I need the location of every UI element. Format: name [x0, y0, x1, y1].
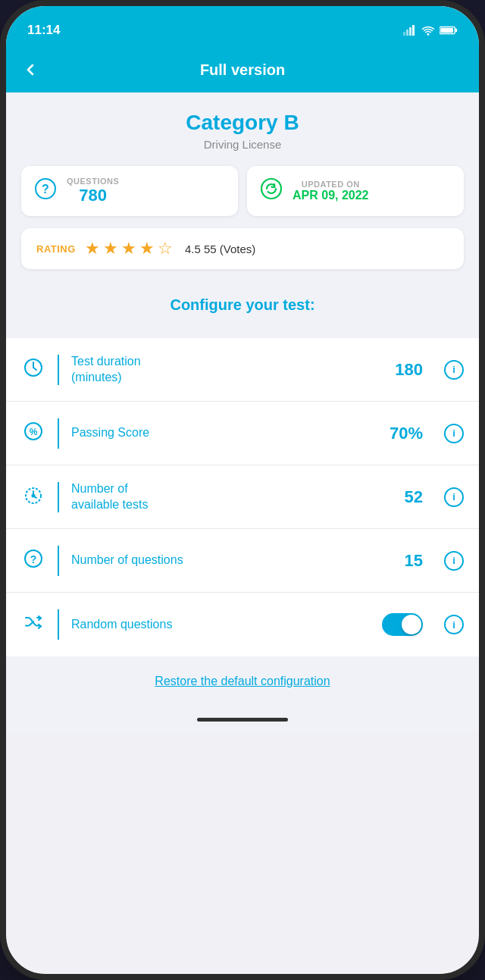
random-questions-item: Random questions i — [6, 593, 479, 656]
back-button[interactable] — [21, 61, 39, 79]
star-4: ★ — [139, 239, 155, 258]
rating-card: RATING ★ ★ ★ ★ ☆ 4.5 55 (Votes) — [21, 228, 464, 269]
svg-rect-6 — [440, 28, 453, 33]
num-questions-value: 15 — [405, 551, 423, 571]
shuffle-icon — [21, 612, 45, 637]
svg-rect-3 — [412, 25, 415, 36]
status-bar: 11:14 — [6, 6, 479, 47]
category-subtitle: Driving License — [21, 138, 464, 151]
test-duration-label: Test duration(minutes) — [71, 354, 383, 386]
stars-display: ★ ★ ★ ★ ☆ — [85, 239, 173, 258]
passing-score-item: % Passing Score 70% i — [6, 402, 479, 465]
test-duration-info-button[interactable]: i — [444, 360, 464, 380]
signal-icon — [403, 25, 417, 36]
home-bar — [197, 718, 288, 722]
updated-value: APR 09, 2022 — [293, 189, 369, 202]
phone-frame: 11:14 Fu — [0, 0, 485, 980]
passing-score-value: 70% — [390, 424, 423, 443]
questions-label: QUESTIONS — [67, 177, 119, 186]
available-tests-label: Number ofavailable tests — [71, 481, 393, 513]
num-questions-info-button[interactable]: i — [444, 551, 464, 571]
timer-icon — [21, 484, 45, 510]
configure-title: Configure your test: — [21, 284, 464, 320]
percent-icon: % — [21, 421, 45, 446]
svg-text:%: % — [30, 427, 38, 437]
star-2: ★ — [103, 239, 118, 258]
random-questions-toggle-wrapper — [382, 613, 423, 636]
svg-text:?: ? — [42, 183, 49, 196]
available-tests-item: Number ofavailable tests 52 i — [6, 465, 479, 529]
test-duration-value: 180 — [395, 360, 423, 380]
svg-rect-0 — [403, 32, 405, 36]
category-title: Category B — [21, 111, 464, 135]
svg-rect-5 — [455, 29, 457, 33]
hero-section: Category B Driving License ? QUESTIONS 7… — [6, 92, 479, 332]
star-3: ★ — [121, 239, 136, 258]
svg-point-16 — [33, 494, 35, 496]
refresh-icon — [259, 177, 283, 205]
svg-rect-1 — [406, 30, 408, 36]
test-duration-item: Test duration(minutes) 180 i — [6, 338, 479, 402]
available-tests-value: 52 — [405, 487, 423, 507]
home-indicator — [6, 706, 479, 732]
main-content: Category B Driving License ? QUESTIONS 7… — [6, 92, 479, 732]
question-icon: ? — [21, 548, 45, 574]
num-questions-item: ? Number of questions 15 i — [6, 529, 479, 593]
rating-label: RATING — [36, 243, 76, 255]
info-cards: ? QUESTIONS 780 — [21, 166, 464, 216]
status-icons — [403, 25, 458, 36]
questions-card: ? QUESTIONS 780 — [21, 166, 238, 216]
svg-text:?: ? — [30, 553, 37, 565]
questions-value: 780 — [67, 186, 119, 205]
passing-score-label: Passing Score — [71, 425, 377, 441]
app-header: Full version — [6, 47, 479, 92]
status-time: 11:14 — [27, 23, 60, 38]
star-1: ★ — [85, 239, 100, 258]
restore-link[interactable]: Restore the default configuration — [155, 675, 330, 687]
random-questions-info-button[interactable]: i — [444, 615, 464, 634]
random-questions-toggle[interactable] — [382, 613, 423, 636]
clock-icon — [21, 357, 45, 383]
restore-section: Restore the default configuration — [6, 656, 479, 706]
wifi-icon — [421, 25, 435, 36]
svg-point-9 — [261, 179, 281, 199]
random-questions-label: Random questions — [71, 617, 370, 633]
available-tests-info-button[interactable]: i — [444, 487, 464, 507]
updated-card: UPDATED ON APR 09, 2022 — [247, 166, 464, 216]
passing-score-info-button[interactable]: i — [444, 424, 464, 443]
header-title: Full version — [200, 61, 285, 79]
battery-icon — [440, 25, 458, 36]
rating-score: 4.5 55 (Votes) — [185, 243, 255, 255]
question-circle-icon: ? — [33, 177, 58, 205]
svg-rect-2 — [409, 27, 411, 36]
updated-label: UPDATED ON — [293, 180, 369, 189]
settings-list: Test duration(minutes) 180 i % Passing S… — [6, 338, 479, 656]
star-5: ☆ — [158, 239, 173, 258]
num-questions-label: Number of questions — [71, 553, 393, 568]
